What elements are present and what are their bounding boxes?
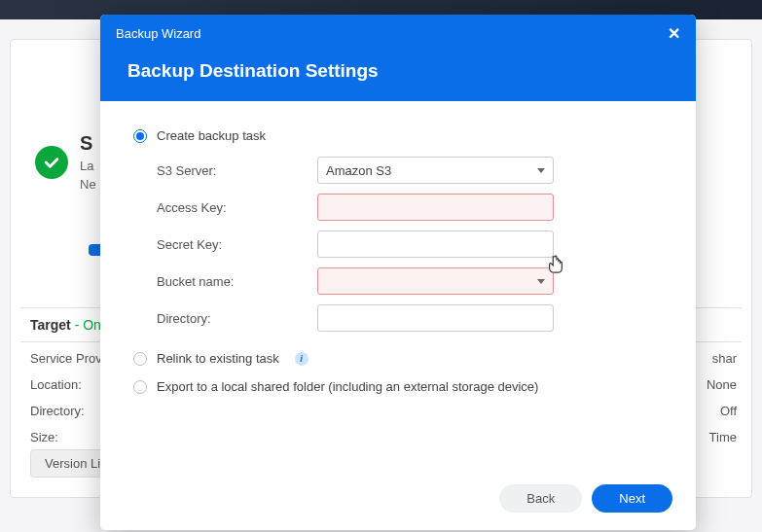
info-icon[interactable]: i (295, 352, 308, 366)
radio-export-local-folder[interactable]: Export to a local shared folder (includi… (133, 379, 663, 394)
s3-server-label: S3 Server: (157, 163, 317, 178)
detail-location: Location: (30, 377, 111, 392)
access-key-label: Access Key: (157, 200, 317, 215)
bucket-name-select[interactable] (317, 267, 554, 295)
detail-provider: Service Provic (30, 351, 111, 366)
directory-label: Directory: (157, 311, 317, 326)
create-task-form: S3 Server: Amazon S3 Access Key: Secret … (157, 157, 663, 332)
status-line-1: La (80, 159, 96, 173)
chevron-down-icon (537, 279, 545, 284)
detail-size: Size: (30, 430, 111, 444)
status-line-2: Ne (80, 177, 96, 192)
modal-titlebar: Backup Wizard ✕ (100, 15, 696, 53)
radio-create-backup-task[interactable]: Create backup task (133, 128, 663, 143)
target-status: - On (75, 317, 101, 333)
s3-server-select[interactable]: Amazon S3 (317, 157, 554, 184)
right-time: Time (707, 430, 737, 444)
status-title: S (80, 132, 96, 155)
success-check-icon (35, 146, 68, 179)
chevron-down-icon (537, 168, 545, 173)
secret-key-input[interactable] (317, 231, 554, 258)
radio-icon (133, 129, 147, 143)
back-button[interactable]: Back (499, 484, 582, 513)
s3-server-value: Amazon S3 (326, 163, 391, 178)
radio-label: Export to a local shared folder (includi… (157, 379, 538, 394)
modal-title: Backup Wizard (116, 26, 200, 41)
radio-icon (133, 380, 147, 394)
bucket-name-label: Bucket name: (157, 274, 317, 289)
target-label: Target (30, 317, 71, 333)
directory-input[interactable] (317, 304, 554, 332)
radio-label: Create backup task (157, 128, 266, 143)
close-icon[interactable]: ✕ (668, 24, 680, 43)
radio-icon (133, 352, 147, 366)
right-shar: shar (707, 351, 737, 366)
radio-label: Relink to existing task (157, 351, 279, 366)
backup-wizard-modal: Backup Wizard ✕ Backup Destination Setti… (100, 15, 696, 530)
radio-relink-existing-task[interactable]: Relink to existing task i (133, 351, 663, 366)
modal-body: Create backup task S3 Server: Amazon S3 … (100, 101, 696, 471)
modal-footer: Back Next (100, 471, 696, 530)
next-button[interactable]: Next (592, 484, 672, 513)
secret-key-label: Secret Key: (157, 237, 317, 252)
access-key-input[interactable] (317, 194, 554, 221)
modal-heading: Backup Destination Settings (100, 53, 696, 101)
right-off: Off (707, 404, 737, 418)
detail-directory: Directory: (30, 404, 111, 418)
right-none: None (707, 377, 737, 392)
